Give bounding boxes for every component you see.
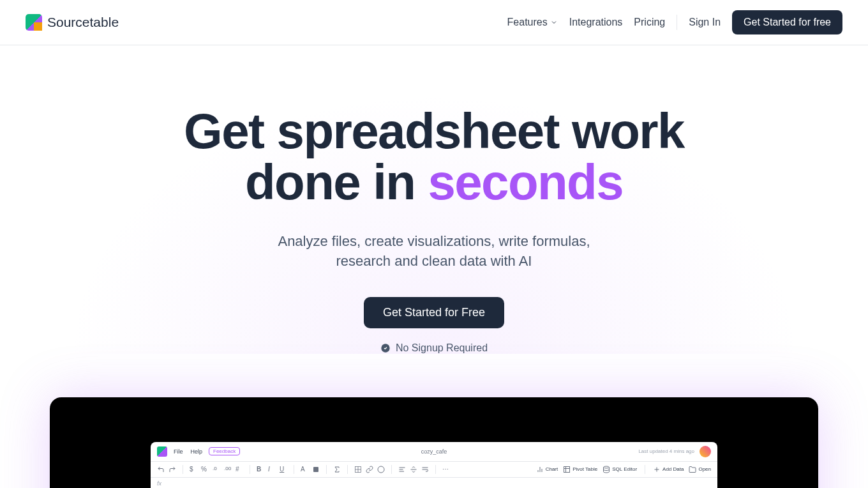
currency-icon[interactable]: $ bbox=[190, 466, 197, 473]
hero-note: No Signup Required bbox=[0, 342, 868, 354]
plus-icon bbox=[653, 466, 661, 473]
logo[interactable]: Sourcetable bbox=[26, 14, 119, 31]
folder-icon bbox=[689, 466, 696, 473]
logo-text: Sourcetable bbox=[47, 15, 119, 30]
feedback-button[interactable]: Feedback bbox=[209, 447, 240, 455]
wrap-text-icon[interactable] bbox=[421, 466, 429, 473]
nav-divider bbox=[677, 15, 677, 30]
formula-prefix: fx bbox=[157, 480, 161, 487]
app-logo-icon bbox=[157, 446, 167, 457]
hero-section: Get spreadsheet work done in seconds Ana… bbox=[0, 45, 868, 354]
app-menu: File Help bbox=[174, 448, 202, 455]
svg-point-5 bbox=[378, 466, 384, 473]
undo-icon[interactable] bbox=[157, 466, 165, 473]
logo-icon bbox=[26, 14, 42, 31]
chart-icon bbox=[536, 466, 544, 473]
open-button[interactable]: Open bbox=[689, 466, 711, 473]
chevron-down-icon bbox=[550, 19, 558, 26]
percent-icon[interactable]: % bbox=[201, 466, 209, 473]
nav-links: Features Integrations Pricing Sign In Ge… bbox=[507, 10, 842, 34]
main-navigation: Sourcetable Features Integrations Pricin… bbox=[0, 0, 868, 45]
decimal-increase-icon[interactable]: .00 bbox=[224, 466, 232, 473]
sql-button[interactable]: SQL Editor bbox=[602, 466, 637, 473]
clear-format-icon[interactable] bbox=[377, 466, 385, 473]
menu-file[interactable]: File bbox=[174, 448, 183, 455]
app-window: File Help Feedback cozy_cafe Last update… bbox=[151, 442, 717, 488]
hero-highlight: seconds bbox=[428, 154, 623, 210]
app-toolbar: $ % .0 .00 # B I U A bbox=[151, 462, 717, 478]
sum-icon[interactable] bbox=[333, 466, 341, 473]
svg-point-17 bbox=[604, 466, 610, 468]
last-updated: Last updated 4 mins ago bbox=[638, 448, 694, 454]
nav-cta-button[interactable]: Get Started for free bbox=[732, 10, 842, 34]
text-color-icon[interactable]: A bbox=[301, 466, 308, 473]
database-icon bbox=[602, 466, 610, 473]
hash-icon[interactable]: # bbox=[236, 466, 243, 473]
hero-subtitle: Analyze files, create visualizations, wr… bbox=[255, 232, 613, 271]
chart-button[interactable]: Chart bbox=[536, 466, 558, 473]
svg-rect-14 bbox=[564, 466, 570, 472]
link-icon[interactable] bbox=[366, 466, 373, 473]
user-avatar[interactable] bbox=[700, 446, 711, 457]
align-left-icon[interactable] bbox=[398, 466, 406, 473]
nav-integrations[interactable]: Integrations bbox=[569, 17, 623, 28]
pivot-button[interactable]: Pivot Table bbox=[563, 466, 597, 473]
bold-icon[interactable]: B bbox=[257, 466, 264, 473]
nav-signin[interactable]: Sign In bbox=[689, 17, 721, 28]
check-circle-icon bbox=[380, 343, 391, 353]
align-vertical-icon[interactable] bbox=[410, 466, 417, 473]
fill-color-icon[interactable] bbox=[312, 466, 320, 473]
hero-title: Get spreadsheet work done in seconds bbox=[0, 106, 868, 208]
document-title: cozy_cafe bbox=[421, 448, 447, 455]
add-data-button[interactable]: Add Data bbox=[653, 466, 684, 473]
formula-bar[interactable]: fx bbox=[151, 478, 717, 488]
pivot-icon bbox=[563, 466, 571, 473]
more-icon[interactable]: ⋯ bbox=[442, 466, 450, 473]
app-preview: File Help Feedback cozy_cafe Last update… bbox=[50, 397, 818, 488]
decimal-decrease-icon[interactable]: .0 bbox=[213, 466, 220, 473]
redo-icon[interactable] bbox=[168, 466, 176, 473]
italic-icon[interactable]: I bbox=[268, 466, 276, 473]
app-header: File Help Feedback cozy_cafe Last update… bbox=[151, 442, 717, 462]
hero-cta-button[interactable]: Get Started for Free bbox=[364, 297, 504, 328]
underline-icon[interactable]: U bbox=[280, 466, 287, 473]
border-icon[interactable] bbox=[354, 466, 362, 473]
svg-rect-1 bbox=[313, 467, 318, 472]
menu-help[interactable]: Help bbox=[191, 448, 203, 455]
nav-features[interactable]: Features bbox=[507, 17, 558, 28]
nav-pricing[interactable]: Pricing bbox=[634, 17, 665, 28]
